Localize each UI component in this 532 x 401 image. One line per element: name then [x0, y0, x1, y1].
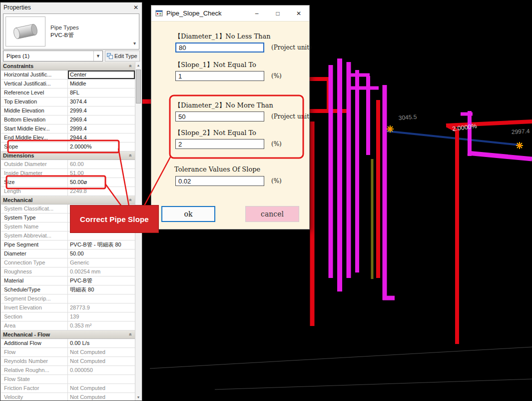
- property-label: Reynolds Number: [1, 357, 68, 366]
- maximize-icon[interactable]: □: [267, 6, 288, 21]
- property-value[interactable]: 2969.4: [68, 116, 135, 124]
- field-unit: (Project unit): [271, 113, 312, 120]
- field-unit: (Project unit): [271, 44, 312, 51]
- section-header[interactable]: Mechanical»: [1, 196, 135, 204]
- property-value[interactable]: Not Computed: [68, 393, 135, 400]
- property-value[interactable]: [68, 375, 135, 384]
- property-label: System Type: [1, 214, 68, 222]
- property-value[interactable]: 50.00: [68, 250, 135, 258]
- property-label: Friction Factor: [1, 384, 68, 392]
- property-row: Horizontal Justific...Center: [1, 70, 135, 80]
- property-row: Roughness0.00254 mm: [1, 268, 135, 276]
- property-value[interactable]: 2249.8: [68, 187, 135, 196]
- property-value[interactable]: PVC-B管: [68, 276, 135, 285]
- properties-panel-title: Properties: [3, 4, 31, 11]
- property-row: Additional Flow0.00 L/s: [1, 339, 135, 348]
- field-input[interactable]: [175, 112, 264, 122]
- edit-type-button[interactable]: Edit Type: [105, 50, 140, 62]
- property-value[interactable]: Not Computed: [68, 357, 135, 366]
- property-value[interactable]: Middle: [68, 80, 135, 88]
- properties-panel-header: Properties ✕: [0, 2, 142, 12]
- section-title: Constraints: [3, 62, 33, 70]
- connector-sun-icon: [387, 126, 394, 132]
- property-value[interactable]: 3074.4: [68, 98, 135, 106]
- property-value[interactable]: 2.0000%: [68, 142, 135, 151]
- property-label: Start Middle Elev...: [1, 124, 68, 133]
- property-value[interactable]: 0.00 L/s: [68, 339, 135, 348]
- field-input[interactable]: [175, 71, 264, 81]
- property-row: VelocityNot Computed: [1, 393, 135, 400]
- chevron-down-icon[interactable]: ▾: [133, 40, 136, 46]
- property-value[interactable]: Not Computed: [68, 384, 135, 392]
- annotation-callout: Correct Pipe Slope: [70, 205, 159, 233]
- property-value[interactable]: [68, 294, 135, 303]
- close-icon[interactable]: ✕: [133, 4, 138, 11]
- field-input[interactable]: [175, 176, 264, 186]
- revit-application: 3045.5 2.0000% 2997.4 Properties ✕: [0, 0, 532, 401]
- cancel-button[interactable]: cancel: [245, 206, 299, 222]
- element-filter-combo[interactable]: Pipes (1) ▼: [3, 50, 103, 62]
- property-value[interactable]: 2944.4: [68, 134, 135, 142]
- property-value[interactable]: 50.00ø: [68, 178, 135, 186]
- property-value[interactable]: Center: [68, 70, 135, 79]
- section-title: Mechanical - Flow: [3, 330, 50, 338]
- property-value[interactable]: Generic: [68, 258, 135, 267]
- field-label: 【Slope_1】Not Equal To: [174, 60, 256, 70]
- connector-sun-icon: [516, 142, 523, 149]
- property-value[interactable]: 0.00254 mm: [68, 268, 135, 276]
- property-label: Flow: [1, 348, 68, 356]
- property-value[interactable]: 60.00: [68, 160, 135, 168]
- collapse-chevron-icon[interactable]: »: [126, 64, 134, 68]
- property-value[interactable]: 2999.4: [68, 106, 135, 115]
- chevron-down-icon[interactable]: ▼: [93, 51, 102, 61]
- property-label: End Middle Elev...: [1, 134, 68, 142]
- edit-type-label: Edit Type: [114, 53, 137, 59]
- property-value[interactable]: PVC-B管 - 明細表 80: [68, 240, 135, 249]
- property-row: FlowNot Computed: [1, 348, 135, 357]
- section-header[interactable]: Mechanical - Flow»: [1, 330, 135, 339]
- property-value[interactable]: 0.000050: [68, 366, 135, 374]
- property-value[interactable]: 0.353 m²: [68, 322, 135, 330]
- property-label: Horizontal Justific...: [1, 70, 68, 79]
- property-label: Area: [1, 322, 68, 330]
- minimize-icon[interactable]: –: [246, 6, 267, 21]
- field-input[interactable]: [175, 42, 264, 52]
- ok-button[interactable]: ok: [161, 206, 215, 222]
- property-label: Vertical Justificati...: [1, 80, 68, 88]
- dialog-body: ok cancel 【Diameter_1】No Less Than(Proje…: [151, 22, 309, 230]
- property-value[interactable]: 28773.9: [68, 304, 135, 312]
- collapse-chevron-icon[interactable]: »: [126, 154, 134, 157]
- property-label: Section: [1, 312, 68, 321]
- field-input[interactable]: [175, 139, 264, 149]
- scrollbar-up-icon[interactable]: ▲: [135, 62, 141, 68]
- section-header[interactable]: Dimensions»: [1, 152, 135, 160]
- collapse-chevron-icon[interactable]: »: [126, 333, 134, 336]
- property-row: Section139: [1, 312, 135, 322]
- property-value[interactable]: 2999.4: [68, 124, 135, 133]
- dialog-titlebar[interactable]: Pipe_Slope_Check – □ ✕: [151, 6, 309, 22]
- property-value[interactable]: 8FL: [68, 88, 135, 97]
- property-value[interactable]: Not Computed: [68, 348, 135, 356]
- property-row: Diameter50.00: [1, 250, 135, 258]
- property-value[interactable]: 51.00: [68, 169, 135, 178]
- scrollbar-down-icon[interactable]: ▼: [135, 394, 141, 400]
- property-row: Reynolds NumberNot Computed: [1, 357, 135, 366]
- property-value[interactable]: 139: [68, 312, 135, 321]
- property-label: Velocity: [1, 393, 68, 400]
- property-label: Pipe Segment: [1, 240, 68, 249]
- property-label: Invert Elevation: [1, 304, 68, 312]
- property-label: Middle Elevation: [1, 106, 68, 115]
- property-value[interactable]: 明細表 80: [68, 286, 135, 294]
- section-header[interactable]: Constraints»: [1, 62, 135, 70]
- property-label: System Abbreviat...: [1, 232, 68, 240]
- close-icon[interactable]: ✕: [288, 6, 309, 21]
- field-label: 【Slope_2】Not Equal To: [174, 128, 256, 138]
- section-title: Dimensions: [3, 152, 34, 160]
- property-row: Inside Diameter51.00: [1, 169, 135, 178]
- field-unit: (%): [271, 178, 282, 184]
- collapse-chevron-icon[interactable]: »: [126, 198, 134, 202]
- type-selector[interactable]: Pipe Types PVC-B管 ▾: [3, 14, 139, 50]
- property-label: Slope: [1, 142, 68, 151]
- dialog-title: Pipe_Slope_Check: [166, 10, 222, 17]
- scrollbar-thumb[interactable]: [136, 70, 141, 104]
